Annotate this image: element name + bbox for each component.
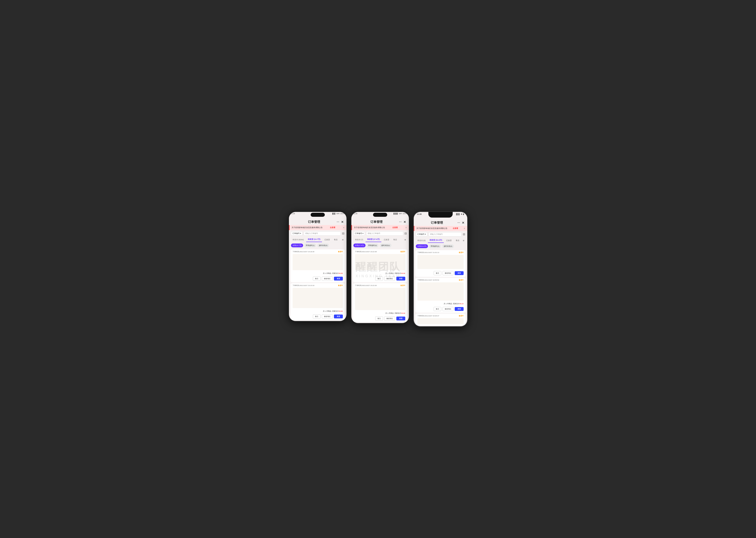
close-icon-1[interactable]: ✕ — [341, 220, 344, 224]
order-actions-3-1: 备注 修改地址 发货 — [415, 270, 466, 277]
app-title-1: 订单管理 — [292, 220, 337, 224]
notice-link-2[interactable]: 去查看 — [392, 226, 398, 229]
close-icon-2[interactable]: ✕ — [404, 220, 406, 224]
btn-ship-2-2[interactable]: 发货 — [396, 317, 405, 320]
tab-more-3[interactable]: ≡ — [462, 238, 465, 243]
wifi-icon-1: WiFi — [336, 213, 340, 215]
status-time-3: 11:28 — [417, 213, 422, 215]
search-input-3[interactable]: 请输入订单编号 — [428, 232, 462, 237]
search-bar-3: 订单编号 ▾ 请输入订单编号 ⊟ — [414, 231, 467, 238]
tab-pending-ship-2[interactable]: 待发货 (27.6万) — [365, 237, 381, 242]
tab-aftersale-2[interactable]: 售后 — [392, 237, 399, 242]
order-header-3-3: 下单时间:2021/10/27 20:35:47 备货中 — [415, 313, 466, 318]
notice-close-3[interactable]: ✕ — [464, 227, 465, 230]
more-icon-3[interactable]: ··· — [457, 221, 460, 225]
tab-shipped-3[interactable]: 已发货 — [445, 238, 453, 243]
order-card-1-2: 下单时间:2021/10/27 23:10:18 备货中 共 1 件商品 买家实… — [290, 283, 345, 320]
search-input-2[interactable]: 请输入订单编号 — [366, 231, 403, 236]
iphone-status-3: 11:28 ▌▌▌ ≋ ▮ — [414, 212, 467, 215]
tab-expired-3[interactable]: 超时未发(0) — [442, 244, 454, 248]
tabs-secondary-2: 全部(27.6万) 即将超时(0) 超时未发(0) — [351, 242, 409, 248]
header-icons-1: ··· ✕ — [337, 220, 344, 224]
order-price-2-1: ¥9.90 — [401, 272, 405, 274]
phone-2-screen: 11:28 ▌▌▌▌ WiFi 101% 订单管理 ··· ✕ — [351, 212, 409, 323]
btn-remark-3-2[interactable]: 备注 — [434, 307, 441, 311]
tab-pending-payment-2[interactable]: 待支付 (7) — [353, 237, 365, 242]
notice-banner-3: 关于疫情影响地区发货及服务调整公告 去查看 ✕ — [414, 226, 467, 231]
btn-ship-2-1[interactable]: 发货 — [396, 277, 405, 281]
btn-remark-2-2[interactable]: 备注 — [375, 316, 383, 321]
btn-edit-addr-2-1[interactable]: 修改地址 — [384, 277, 395, 281]
order-actions-2-2: 备注 修改地址 发货 — [353, 316, 407, 322]
phone-1-screen: 11:28 ▌▌▌ WiFi 101% 订单管理 ··· ✕ — [289, 212, 346, 321]
btn-edit-addr-3-1[interactable]: 修改地址 — [443, 271, 454, 275]
tab-more-2[interactable]: ≡ — [404, 238, 407, 242]
btn-remark-1-2[interactable]: 备注 — [313, 314, 321, 319]
btn-ship-3-2[interactable]: 发货 — [455, 307, 464, 311]
tab-more-1[interactable]: ≡ — [341, 238, 345, 242]
order-product-area-3-1 — [417, 255, 464, 269]
filter-icon-3[interactable]: ⊟ — [463, 233, 465, 236]
btn-edit-addr-1-2[interactable]: 修改地址 — [322, 314, 333, 319]
tab-expiring-2[interactable]: 即将超时(0) — [367, 243, 379, 247]
tab-shipped-1[interactable]: 已发货 — [323, 237, 332, 242]
battery-icon-1: 101% — [340, 213, 344, 215]
order-card-2-2: 下单时间:2021/10/27 23:22:30 备货中 共 1 件商品 买家实… — [353, 283, 407, 322]
btn-edit-addr-1-1[interactable]: 修改地址 — [322, 277, 333, 281]
btn-remark-1-1[interactable]: 备注 — [313, 277, 321, 281]
tab-all-3[interactable]: 全部(53.8万) — [416, 244, 428, 248]
dropdown-arrow-2: ▾ — [362, 232, 363, 235]
order-card-2-1: 下单时间:2021/10/27 23:22:36 备货中 共 1 件商品 买家实… — [353, 249, 407, 282]
tab-expired-2[interactable]: 超时未发(0) — [380, 243, 392, 247]
btn-remark-2-1[interactable]: 备注 — [375, 277, 383, 281]
more-icon-1[interactable]: ··· — [337, 220, 339, 224]
search-input-1[interactable]: 请输入订单编号 — [304, 231, 341, 236]
order-status-2-2: 备货中 — [401, 284, 405, 287]
btn-edit-addr-3-2[interactable]: 修改地址 — [443, 307, 454, 311]
order-dropdown-2[interactable]: 订单编号 ▾ — [353, 231, 365, 236]
btn-ship-1-2[interactable]: 发货 — [334, 314, 343, 318]
tab-aftersale-3[interactable]: 售后 — [454, 238, 461, 243]
order-time-3-1: 下单时间:2021/10/27 21:02:13 — [417, 251, 439, 254]
btn-remark-3-1[interactable]: 备注 — [434, 271, 441, 275]
notice-close-2[interactable]: ✕ — [405, 227, 407, 229]
filter-icon-2[interactable]: ⊟ — [405, 232, 407, 235]
btn-ship-3-1[interactable]: 发货 — [455, 271, 464, 275]
order-dropdown-3[interactable]: 订单编号 ▾ — [416, 232, 427, 237]
tab-aftersale-1[interactable]: 售后 — [332, 237, 339, 242]
status-time-2: 11:28 — [353, 213, 357, 215]
tab-pending-payment-1[interactable]: 待支付 (8264) — [291, 237, 306, 242]
header-icons-2: ··· ✕ — [399, 220, 406, 224]
order-header-2-2: 下单时间:2021/10/27 23:22:30 备货中 — [353, 283, 407, 288]
tab-pending-ship-1[interactable]: 待发货 (13.7万) — [306, 237, 322, 242]
android-status-bar-2: 11:28 ▌▌▌▌ WiFi 101% — [351, 212, 409, 218]
order-dropdown-1[interactable]: 订单编号 ▾ — [291, 231, 302, 236]
search-placeholder-1: 请输入订单编号 — [305, 232, 318, 235]
status-icons-1: ▌▌▌ WiFi 101% — [332, 213, 344, 215]
tab-expiring-1[interactable]: 即将超时(1) — [304, 243, 316, 247]
order-price-2-2: ¥9.90 — [401, 312, 405, 314]
tab-pending-ship-3[interactable]: 待发货 (53.8万) — [428, 238, 444, 243]
order-time-3-2: 下单时间:2021/10/27 20:55:54 — [417, 279, 439, 281]
order-status-1-2: 备货中 — [338, 284, 343, 287]
btn-ship-1-1[interactable]: 发货 — [334, 277, 343, 281]
tab-shipped-2[interactable]: 已发货 — [382, 237, 391, 242]
order-time-2-1: 下单时间:2021/10/27 23:22:36 — [355, 250, 377, 253]
order-time-1-2: 下单时间:2021/10/27 23:10:18 — [292, 284, 314, 287]
more-icon-2[interactable]: ··· — [399, 220, 402, 224]
filter-icon-1[interactable]: ⊟ — [342, 232, 345, 235]
tab-all-2[interactable]: 全部(27.6万) — [353, 243, 366, 247]
tab-expired-1[interactable]: 超时未发(0) — [317, 243, 329, 247]
order-actions-1-2: 备注 修改地址 发货 — [290, 313, 345, 320]
notice-close-1[interactable]: ✕ — [343, 227, 345, 229]
close-icon-3[interactable]: ✕ — [462, 221, 465, 225]
notice-link-3[interactable]: 去查看 — [453, 227, 458, 230]
order-product-area-3-2 — [417, 282, 464, 300]
tab-expiring-3[interactable]: 即将超时(0) — [429, 244, 441, 248]
notice-link-1[interactable]: 去查看 — [330, 226, 335, 229]
tab-pending-payment-3[interactable]: 待支付 (0) — [416, 238, 427, 243]
tab-all-1[interactable]: 全部(13.7万) — [291, 243, 303, 247]
btn-edit-addr-2-2[interactable]: 修改地址 — [384, 316, 395, 321]
order-time-2-2: 下单时间:2021/10/27 23:22:30 — [355, 284, 377, 287]
notice-text-1: 关于疫情影响地区发货及服务调整公告 — [291, 226, 323, 229]
